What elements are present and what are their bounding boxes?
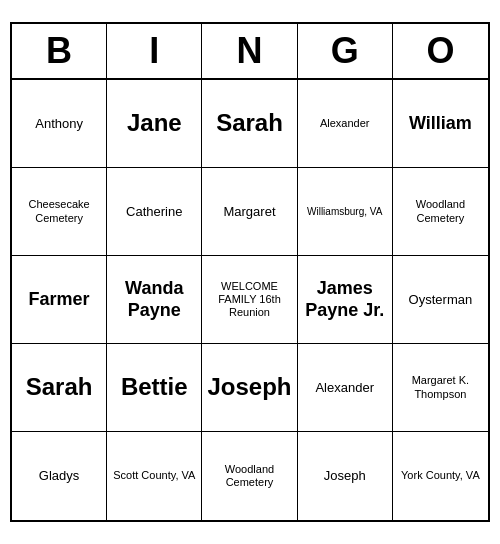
bingo-cell: Sarah (12, 344, 107, 432)
bingo-header: BINGO (12, 24, 488, 80)
bingo-cell: Woodland Cemetery (393, 168, 488, 256)
header-letter: I (107, 24, 202, 78)
bingo-cell: Margaret (202, 168, 297, 256)
bingo-cell: Joseph (298, 432, 393, 520)
bingo-cell: Sarah (202, 80, 297, 168)
bingo-cell: Anthony (12, 80, 107, 168)
bingo-cell: Oysterman (393, 256, 488, 344)
bingo-grid: AnthonyJaneSarahAlexanderWilliamCheeseca… (12, 80, 488, 520)
bingo-cell: Williamsburg, VA (298, 168, 393, 256)
bingo-cell: Alexander (298, 344, 393, 432)
bingo-cell: Alexander (298, 80, 393, 168)
bingo-cell: Wanda Payne (107, 256, 202, 344)
bingo-cell: Margaret K. Thompson (393, 344, 488, 432)
header-letter: B (12, 24, 107, 78)
bingo-cell: James Payne Jr. (298, 256, 393, 344)
bingo-cell: WELCOME FAMILY 16th Reunion (202, 256, 297, 344)
header-letter: O (393, 24, 488, 78)
bingo-cell: Woodland Cemetery (202, 432, 297, 520)
bingo-cell: Cheesecake Cemetery (12, 168, 107, 256)
bingo-cell: Jane (107, 80, 202, 168)
header-letter: N (202, 24, 297, 78)
bingo-cell: Farmer (12, 256, 107, 344)
bingo-cell: Gladys (12, 432, 107, 520)
bingo-cell: Catherine (107, 168, 202, 256)
bingo-cell: Joseph (202, 344, 297, 432)
bingo-cell: Scott County, VA (107, 432, 202, 520)
bingo-cell: Bettie (107, 344, 202, 432)
bingo-card: BINGO AnthonyJaneSarahAlexanderWilliamCh… (10, 22, 490, 522)
bingo-cell: William (393, 80, 488, 168)
bingo-cell: York County, VA (393, 432, 488, 520)
header-letter: G (298, 24, 393, 78)
